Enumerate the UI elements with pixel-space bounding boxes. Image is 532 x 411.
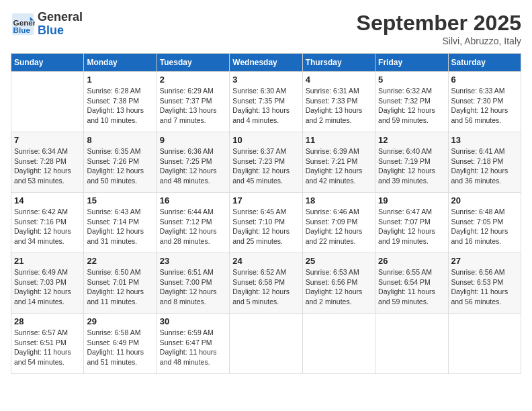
- calendar-cell: 27Sunrise: 6:56 AMSunset: 6:53 PMDayligh…: [448, 253, 521, 314]
- day-number: 5: [378, 75, 445, 85]
- day-info: Sunrise: 6:59 AMSunset: 6:47 PMDaylight:…: [160, 328, 226, 367]
- calendar-cell: 21Sunrise: 6:49 AMSunset: 7:03 PMDayligh…: [11, 253, 84, 314]
- logo-icon: General Blue: [11, 12, 35, 36]
- weekday-header: Friday: [375, 54, 448, 72]
- day-number: 26: [378, 256, 445, 266]
- day-info: Sunrise: 6:31 AMSunset: 7:33 PMDaylight:…: [306, 86, 372, 126]
- calendar-cell: 19Sunrise: 6:47 AMSunset: 7:07 PMDayligh…: [375, 193, 448, 253]
- calendar-cell: 20Sunrise: 6:48 AMSunset: 7:05 PMDayligh…: [448, 193, 521, 253]
- day-info: Sunrise: 6:33 AMSunset: 7:30 PMDaylight:…: [451, 86, 518, 126]
- day-info: Sunrise: 6:47 AMSunset: 7:07 PMDaylight:…: [378, 207, 445, 246]
- day-number: 2: [160, 75, 226, 85]
- day-number: 7: [14, 135, 81, 145]
- day-info: Sunrise: 6:55 AMSunset: 6:54 PMDaylight:…: [378, 267, 445, 307]
- day-number: 4: [306, 75, 372, 85]
- day-number: 6: [451, 75, 518, 85]
- calendar-cell: 26Sunrise: 6:55 AMSunset: 6:54 PMDayligh…: [375, 253, 448, 314]
- day-info: Sunrise: 6:44 AMSunset: 7:12 PMDaylight:…: [160, 207, 226, 246]
- calendar-cell: 5Sunrise: 6:32 AMSunset: 7:32 PMDaylight…: [375, 72, 448, 132]
- calendar-cell: 2Sunrise: 6:29 AMSunset: 7:37 PMDaylight…: [157, 72, 229, 132]
- day-number: 22: [87, 256, 153, 266]
- day-info: Sunrise: 6:56 AMSunset: 6:53 PMDaylight:…: [451, 267, 518, 307]
- day-info: Sunrise: 6:29 AMSunset: 7:37 PMDaylight:…: [160, 86, 226, 126]
- day-info: Sunrise: 6:43 AMSunset: 7:14 PMDaylight:…: [87, 207, 153, 246]
- calendar-week-row: 21Sunrise: 6:49 AMSunset: 7:03 PMDayligh…: [11, 253, 521, 314]
- calendar-header: SundayMondayTuesdayWednesdayThursdayFrid…: [11, 54, 521, 72]
- calendar-week-row: 1Sunrise: 6:28 AMSunset: 7:38 PMDaylight…: [11, 72, 521, 132]
- calendar-cell: 29Sunrise: 6:58 AMSunset: 6:49 PMDayligh…: [84, 314, 157, 374]
- calendar-cell: 23Sunrise: 6:51 AMSunset: 7:00 PMDayligh…: [157, 253, 229, 314]
- day-info: Sunrise: 6:46 AMSunset: 7:09 PMDaylight:…: [306, 207, 372, 246]
- calendar-cell: 14Sunrise: 6:42 AMSunset: 7:16 PMDayligh…: [11, 193, 84, 253]
- day-number: 25: [306, 256, 372, 266]
- day-number: 23: [160, 256, 226, 266]
- day-number: 13: [451, 135, 518, 145]
- day-info: Sunrise: 6:30 AMSunset: 7:35 PMDaylight:…: [232, 86, 299, 126]
- day-number: 21: [14, 256, 81, 266]
- day-info: Sunrise: 6:40 AMSunset: 7:19 PMDaylight:…: [378, 146, 445, 186]
- calendar-cell: 12Sunrise: 6:40 AMSunset: 7:19 PMDayligh…: [375, 132, 448, 193]
- logo-text: General Blue: [38, 11, 83, 38]
- calendar-cell: 30Sunrise: 6:59 AMSunset: 6:47 PMDayligh…: [157, 314, 229, 374]
- calendar-cell: 11Sunrise: 6:39 AMSunset: 7:21 PMDayligh…: [302, 132, 375, 193]
- day-number: 8: [87, 135, 153, 145]
- calendar-cell: 24Sunrise: 6:52 AMSunset: 6:58 PMDayligh…: [230, 253, 302, 314]
- weekday-header: Sunday: [11, 54, 84, 72]
- day-info: Sunrise: 6:39 AMSunset: 7:21 PMDaylight:…: [306, 146, 372, 186]
- day-number: 27: [451, 256, 518, 266]
- calendar-week-row: 28Sunrise: 6:57 AMSunset: 6:51 PMDayligh…: [11, 314, 521, 374]
- day-number: 28: [14, 316, 81, 326]
- day-info: Sunrise: 6:36 AMSunset: 7:25 PMDaylight:…: [160, 146, 226, 186]
- day-number: 15: [87, 195, 153, 205]
- calendar-week-row: 7Sunrise: 6:34 AMSunset: 7:28 PMDaylight…: [11, 132, 521, 193]
- calendar-cell: 15Sunrise: 6:43 AMSunset: 7:14 PMDayligh…: [84, 193, 157, 253]
- day-info: Sunrise: 6:49 AMSunset: 7:03 PMDaylight:…: [14, 267, 81, 307]
- weekday-header: Monday: [84, 54, 157, 72]
- calendar-cell: 7Sunrise: 6:34 AMSunset: 7:28 PMDaylight…: [11, 132, 84, 193]
- calendar-table: SundayMondayTuesdayWednesdayThursdayFrid…: [11, 53, 521, 374]
- day-number: 18: [306, 195, 372, 205]
- calendar-cell: [448, 314, 521, 374]
- day-number: 29: [87, 316, 153, 326]
- month-title: September 2025: [357, 11, 521, 36]
- day-info: Sunrise: 6:42 AMSunset: 7:16 PMDaylight:…: [14, 207, 81, 246]
- svg-text:Blue: Blue: [13, 25, 31, 34]
- calendar-cell: 8Sunrise: 6:35 AMSunset: 7:26 PMDaylight…: [84, 132, 157, 193]
- day-info: Sunrise: 6:52 AMSunset: 6:58 PMDaylight:…: [232, 267, 299, 307]
- day-info: Sunrise: 6:45 AMSunset: 7:10 PMDaylight:…: [232, 207, 299, 246]
- day-number: 9: [160, 135, 226, 145]
- location-subtitle: Silvi, Abruzzo, Italy: [357, 36, 521, 46]
- title-block: September 2025 Silvi, Abruzzo, Italy: [357, 11, 521, 46]
- day-number: 1: [87, 75, 153, 85]
- calendar-cell: 28Sunrise: 6:57 AMSunset: 6:51 PMDayligh…: [11, 314, 84, 374]
- weekday-header: Saturday: [448, 54, 521, 72]
- day-number: 20: [451, 195, 518, 205]
- calendar-cell: [375, 314, 448, 374]
- day-info: Sunrise: 6:50 AMSunset: 7:01 PMDaylight:…: [87, 267, 153, 307]
- day-info: Sunrise: 6:58 AMSunset: 6:49 PMDaylight:…: [87, 328, 153, 367]
- day-number: 14: [14, 195, 81, 205]
- calendar-cell: 17Sunrise: 6:45 AMSunset: 7:10 PMDayligh…: [230, 193, 302, 253]
- day-info: Sunrise: 6:57 AMSunset: 6:51 PMDaylight:…: [14, 328, 81, 367]
- day-number: 24: [232, 256, 299, 266]
- day-number: 16: [160, 195, 226, 205]
- weekday-header: Thursday: [302, 54, 375, 72]
- day-number: 19: [378, 195, 445, 205]
- logo: General Blue General Blue: [11, 11, 83, 38]
- calendar-cell: 10Sunrise: 6:37 AMSunset: 7:23 PMDayligh…: [230, 132, 302, 193]
- day-info: Sunrise: 6:51 AMSunset: 7:00 PMDaylight:…: [160, 267, 226, 307]
- calendar-cell: [230, 314, 302, 374]
- page-header: General Blue General Blue September 2025…: [11, 11, 521, 46]
- day-info: Sunrise: 6:37 AMSunset: 7:23 PMDaylight:…: [232, 146, 299, 186]
- calendar-cell: 16Sunrise: 6:44 AMSunset: 7:12 PMDayligh…: [157, 193, 229, 253]
- day-number: 10: [232, 135, 299, 145]
- day-info: Sunrise: 6:34 AMSunset: 7:28 PMDaylight:…: [14, 146, 81, 186]
- day-info: Sunrise: 6:32 AMSunset: 7:32 PMDaylight:…: [378, 86, 445, 126]
- calendar-cell: 9Sunrise: 6:36 AMSunset: 7:25 PMDaylight…: [157, 132, 229, 193]
- day-info: Sunrise: 6:28 AMSunset: 7:38 PMDaylight:…: [87, 86, 153, 126]
- day-number: 12: [378, 135, 445, 145]
- day-number: 3: [232, 75, 299, 85]
- calendar-cell: 13Sunrise: 6:41 AMSunset: 7:18 PMDayligh…: [448, 132, 521, 193]
- calendar-cell: 18Sunrise: 6:46 AMSunset: 7:09 PMDayligh…: [302, 193, 375, 253]
- day-info: Sunrise: 6:41 AMSunset: 7:18 PMDaylight:…: [451, 146, 518, 186]
